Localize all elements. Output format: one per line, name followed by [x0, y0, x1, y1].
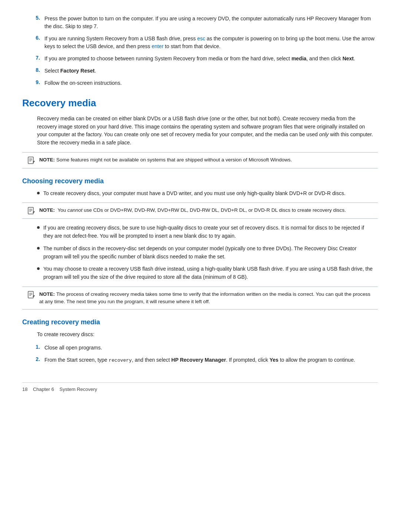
footer-chapter-title: System Recovery	[59, 387, 97, 392]
hp-recovery-manager-bold: HP Recovery Manager	[171, 357, 226, 363]
cannot-italic: cannot	[67, 207, 83, 213]
step-5: 5. Press the power button to turn on the…	[30, 15, 378, 30]
bullet-4-text: You may choose to create a recovery USB …	[43, 265, 374, 281]
step-9-text: Follow the on-screen instructions.	[44, 79, 378, 87]
creating-media-intro: To create recovery discs:	[37, 331, 374, 339]
footer-chapter: Chapter 6	[33, 387, 54, 392]
creating-step-2: 2. From the Start screen, type recovery,…	[30, 356, 378, 364]
step-7-bold-next: Next	[343, 56, 354, 61]
creating-step-2-text: From the Start screen, type recovery, an…	[44, 356, 378, 364]
bullet-4: You may choose to create a recovery USB …	[37, 265, 374, 281]
step-8-number: 8.	[30, 67, 40, 75]
bullet-2-dot	[37, 226, 40, 229]
creating-step-1-text: Close all open programs.	[44, 344, 378, 352]
enter-link: enter	[152, 43, 164, 49]
step-5-number: 5.	[30, 15, 40, 30]
bullet-2-text: If you are creating recovery discs, be s…	[43, 224, 374, 240]
creating-step-1-number: 1.	[30, 344, 40, 352]
note-3-icon	[27, 291, 36, 299]
note-2: NOTE: You cannot use CDs or DVD+RW, DVD-…	[22, 203, 378, 219]
recovery-code: recovery	[109, 358, 132, 363]
note-3-body: The process of creating recovery media t…	[39, 291, 370, 304]
creating-media-heading: Creating recovery media	[22, 318, 378, 326]
note-1-label: NOTE:	[39, 157, 55, 163]
note-1-text: NOTE:Some features might not be availabl…	[39, 156, 373, 164]
choosing-media-bullets: To create recovery discs, your computer …	[37, 190, 374, 198]
step-9-number: 9.	[30, 79, 40, 87]
note-2-icon	[27, 207, 36, 215]
step-5-text: Press the power button to turn on the co…	[44, 15, 378, 30]
only-italic: only	[319, 131, 329, 137]
svg-rect-8	[28, 291, 33, 298]
esc-link: esc	[197, 36, 205, 41]
page-content: 5. Press the power button to turn on the…	[22, 15, 378, 392]
note-3-text: NOTE:The process of creating recovery me…	[39, 291, 373, 306]
step-9: 9. Follow the on-screen instructions.	[30, 79, 378, 87]
step-6-number: 6.	[30, 35, 40, 50]
recovery-media-body: Recovery media can be created on either …	[37, 115, 374, 147]
step-7: 7. If you are prompted to choose between…	[30, 55, 378, 63]
bullet-1-dot	[37, 192, 40, 194]
choosing-media-heading: Choosing recovery media	[22, 177, 378, 185]
bullet-1-text: To create recovery discs, your computer …	[43, 190, 374, 198]
note-3-label: NOTE:	[39, 291, 55, 297]
recovery-media-heading: Recovery media	[22, 97, 378, 109]
note-2-text: NOTE: You cannot use CDs or DVD+RW, DVD-…	[39, 207, 373, 214]
step-7-number: 7.	[30, 55, 40, 63]
page-footer: 18 Chapter 6 System Recovery	[22, 382, 378, 392]
creating-step-1: 1. Close all open programs.	[30, 344, 378, 352]
choosing-media-bullets-2-4: If you are creating recovery discs, be s…	[37, 224, 374, 281]
bullet-2: If you are creating recovery discs, be s…	[37, 224, 374, 240]
svg-rect-4	[28, 207, 33, 214]
creating-step-2-number: 2.	[30, 356, 40, 364]
yes-bold: Yes	[270, 357, 279, 363]
note-1-body: Some features might not be available on …	[56, 157, 292, 163]
footer-page-num: 18	[22, 387, 27, 392]
svg-rect-0	[28, 157, 33, 164]
bullet-4-dot	[37, 267, 40, 270]
step-8-text: Select Factory Reset.	[44, 67, 378, 75]
bullet-3-dot	[37, 247, 40, 250]
step-7-bold-media: media	[291, 56, 306, 61]
note-3: NOTE:The process of creating recovery me…	[22, 287, 378, 310]
bullet-1: To create recovery discs, your computer …	[37, 190, 374, 198]
step-7-text: If you are prompted to choose between ru…	[44, 55, 378, 63]
note-2-label: NOTE:	[39, 207, 55, 213]
note-1-icon	[27, 156, 36, 164]
note-1: NOTE:Some features might not be availabl…	[22, 152, 378, 168]
step-8: 8. Select Factory Reset.	[30, 67, 378, 75]
step-6-text: If you are running System Recovery from …	[44, 35, 378, 50]
bullet-3-text: The number of discs in the recovery-disc…	[43, 245, 374, 261]
step-6: 6. If you are running System Recovery fr…	[30, 35, 378, 50]
creating-steps-list: 1. Close all open programs. 2. From the …	[30, 344, 378, 364]
bullet-3: The number of discs in the recovery-disc…	[37, 245, 374, 261]
step-8-bold-factory-reset: Factory Reset	[60, 68, 95, 74]
top-steps-list: 5. Press the power button to turn on the…	[30, 15, 378, 87]
